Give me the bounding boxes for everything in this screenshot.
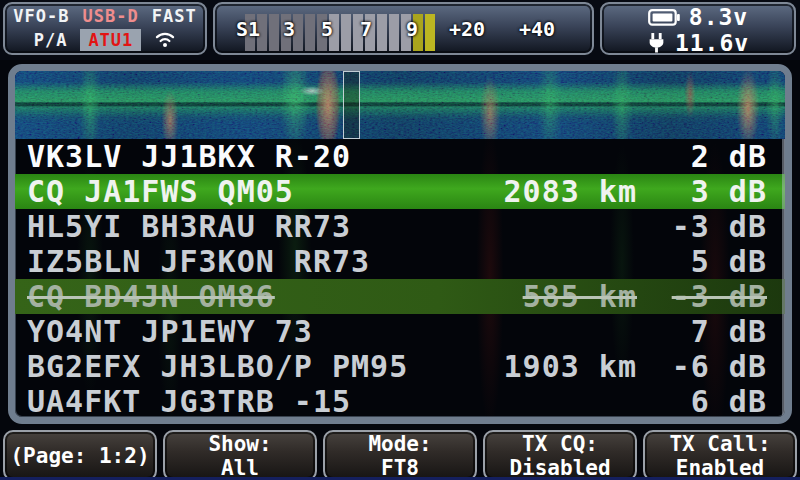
mode-button[interactable]: Mode: FT8 (323, 430, 477, 480)
mode-label: USB-D (83, 6, 139, 26)
waterfall-display[interactable] (15, 71, 785, 139)
footer-button-label: TX CQ: (522, 432, 598, 456)
decode-message: UA4FKT JG3TRB -15 (27, 384, 351, 419)
decode-distance: 2083 km (294, 174, 649, 209)
waterfall-cursor[interactable] (343, 71, 360, 139)
decode-message: HL5YI BH3RAU RR73 (27, 209, 351, 244)
battery-row: 8.3v (602, 4, 794, 30)
decode-row[interactable]: IZ5BLN JF3KON RR73 5 dB (15, 244, 785, 279)
footer-bar: (Page: 1:2) Show: All Mode: FT8 TX CQ: D… (0, 424, 800, 480)
show-filter-button[interactable]: Show: All (163, 430, 317, 480)
smeter-box: S13579+20+40 (213, 2, 594, 55)
decode-snr: -6 dB (649, 349, 767, 384)
battery-icon (648, 9, 680, 26)
decode-distance: 1903 km (408, 349, 649, 384)
decode-message: BG2EFX JH3LBO/P PM95 (27, 349, 408, 384)
footer-button-label: Mode: (368, 432, 431, 456)
tx-call-button[interactable]: TX Call: Enabled (643, 430, 797, 480)
top-bar: VFO-B USB-D FAST P/A ATU1 S13579+20+40 8… (0, 0, 800, 60)
pa-label: P/A (34, 30, 68, 50)
smeter-label: S1 (236, 17, 260, 41)
scrollbar-indicator (782, 139, 785, 417)
atu-badge: ATU1 (80, 29, 141, 51)
status-box[interactable]: VFO-B USB-D FAST P/A ATU1 (3, 2, 207, 55)
decode-row[interactable]: VK3LV JJ1BKX R-20 2 dB (15, 139, 785, 174)
decode-snr: 5 dB (649, 244, 767, 279)
decode-snr: 6 dB (649, 384, 767, 419)
smeter-label: +40 (519, 17, 555, 41)
vfo-label: VFO-B (13, 6, 69, 26)
decode-row[interactable]: YO4NT JP1EWY 73 7 dB (15, 314, 785, 349)
decode-row[interactable]: UA4FKT JG3TRB -15 6 dB (15, 384, 785, 419)
smeter-label: 3 (283, 17, 295, 41)
decode-row[interactable]: BG2EFX JH3LBO/P PM95 1903 km -6 dB (15, 349, 785, 384)
decode-snr: 2 dB (649, 139, 767, 174)
smeter-labels: S13579+20+40 (215, 4, 592, 53)
decode-row[interactable]: HL5YI BH3RAU RR73 -3 dB (15, 209, 785, 244)
footer-button-value: Enabled (676, 456, 765, 480)
decode-row[interactable]: CQ JA1FWS QM05 2083 km 3 dB (15, 174, 785, 209)
supply-voltage: 11.6v (675, 30, 749, 56)
plug-icon (647, 33, 666, 53)
wifi-icon (154, 31, 176, 48)
decode-message: VK3LV JJ1BKX R-20 (27, 139, 351, 174)
agc-label: FAST (152, 6, 197, 26)
decode-message: YO4NT JP1EWY 73 (27, 314, 313, 349)
footer-button-label: Show: (208, 432, 271, 456)
main-panel: VK3LV JJ1BKX R-20 2 dB CQ JA1FWS QM05 20… (8, 64, 792, 424)
smeter-label: 9 (406, 17, 418, 41)
supply-row: 11.6v (602, 30, 794, 56)
decode-message: CQ JA1FWS QM05 (27, 174, 294, 209)
footer-button-value: FT8 (381, 456, 419, 480)
footer-button-label: TX Call: (669, 432, 770, 456)
waterfall-noise (15, 71, 785, 139)
decode-snr: 3 dB (649, 174, 767, 209)
decode-snr: -3 dB (649, 209, 767, 244)
decode-distance: 585 km (275, 279, 649, 314)
smeter-label: +20 (449, 17, 485, 41)
page-button[interactable]: (Page: 1:2) (3, 430, 157, 480)
smeter-label: 7 (360, 17, 372, 41)
power-box: 8.3v 11.6v (600, 2, 796, 55)
decode-snr: -3 dB (649, 279, 767, 314)
status-row-1: VFO-B USB-D FAST (5, 6, 205, 26)
decode-snr: 7 dB (649, 314, 767, 349)
footer-button-value: Disabled (509, 456, 610, 480)
smeter-label: 5 (321, 17, 333, 41)
decode-list: VK3LV JJ1BKX R-20 2 dB CQ JA1FWS QM05 20… (15, 139, 785, 417)
decode-message: IZ5BLN JF3KON RR73 (27, 244, 370, 279)
decode-message: CQ BD4JN OM86 (27, 279, 275, 314)
footer-button-value: All (221, 456, 259, 480)
decode-row[interactable]: CQ BD4JN OM86 585 km -3 dB (15, 279, 785, 314)
battery-voltage: 8.3v (689, 4, 748, 30)
footer-button-label: (Page: 1:2) (10, 444, 149, 468)
status-row-2: P/A ATU1 (5, 29, 205, 51)
tx-cq-button[interactable]: TX CQ: Disabled (483, 430, 637, 480)
